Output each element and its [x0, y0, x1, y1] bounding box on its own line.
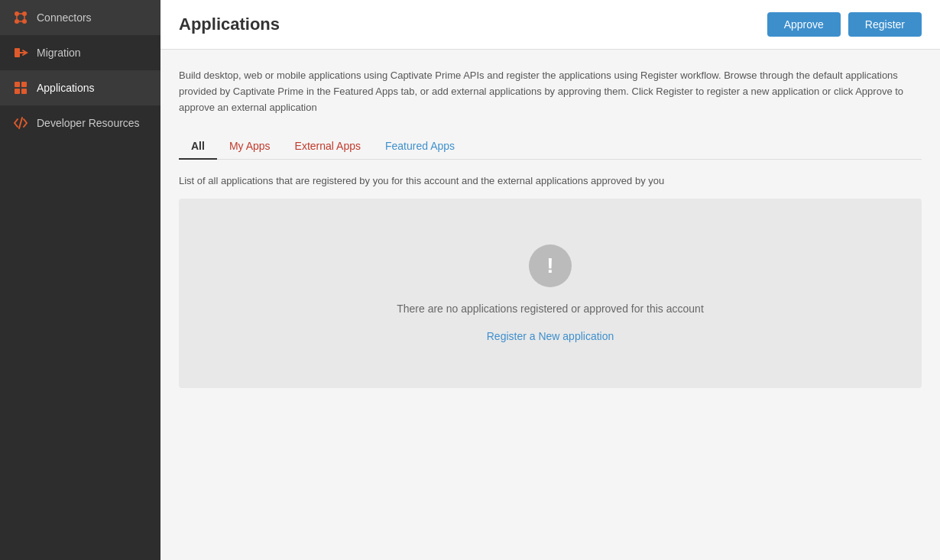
svg-rect-12: [15, 89, 20, 94]
svg-rect-13: [21, 89, 27, 94]
tab-external-apps[interactable]: External Apps: [283, 134, 373, 160]
description-text: Build desktop, web or mobile application…: [179, 68, 912, 115]
svg-rect-10: [15, 82, 20, 87]
content-area: Build desktop, web or mobile application…: [160, 50, 940, 560]
main-content: Applications Approve Register Build desk…: [160, 0, 940, 560]
sidebar-item-connectors-label: Connectors: [37, 11, 92, 24]
tab-my-apps[interactable]: My Apps: [217, 134, 283, 160]
tab-all[interactable]: All: [179, 134, 217, 160]
approve-button[interactable]: Approve: [767, 12, 841, 37]
empty-state-message: There are no applications registered or …: [397, 303, 704, 315]
empty-state-icon: !: [529, 244, 572, 287]
list-description: List of all applications that are regist…: [179, 175, 922, 186]
tabs-bar: All My Apps External Apps Featured Apps: [179, 134, 922, 160]
sidebar: Connectors Migration Applications: [0, 0, 160, 560]
page-header: Applications Approve Register: [160, 0, 940, 50]
register-button[interactable]: Register: [848, 12, 922, 37]
header-buttons: Approve Register: [767, 12, 922, 37]
sidebar-item-applications-label: Applications: [37, 82, 95, 94]
svg-rect-11: [21, 82, 27, 87]
register-new-app-link[interactable]: Register a New application: [487, 330, 614, 342]
empty-state-container: ! There are no applications registered o…: [179, 199, 922, 388]
svg-rect-8: [15, 48, 20, 57]
page-title: Applications: [179, 15, 280, 34]
developer-resources-icon: [12, 115, 29, 131]
migration-icon: [12, 44, 29, 61]
applications-icon: [12, 79, 29, 96]
svg-line-14: [19, 118, 22, 128]
sidebar-item-applications[interactable]: Applications: [0, 70, 160, 105]
sidebar-item-migration[interactable]: Migration: [0, 35, 160, 70]
sidebar-item-connectors[interactable]: Connectors: [0, 0, 160, 35]
sidebar-item-developer-resources-label: Developer Resources: [37, 117, 140, 129]
tab-featured-apps[interactable]: Featured Apps: [373, 134, 467, 160]
connectors-icon: [12, 9, 29, 26]
sidebar-item-migration-label: Migration: [37, 47, 81, 59]
sidebar-item-developer-resources[interactable]: Developer Resources: [0, 105, 160, 141]
